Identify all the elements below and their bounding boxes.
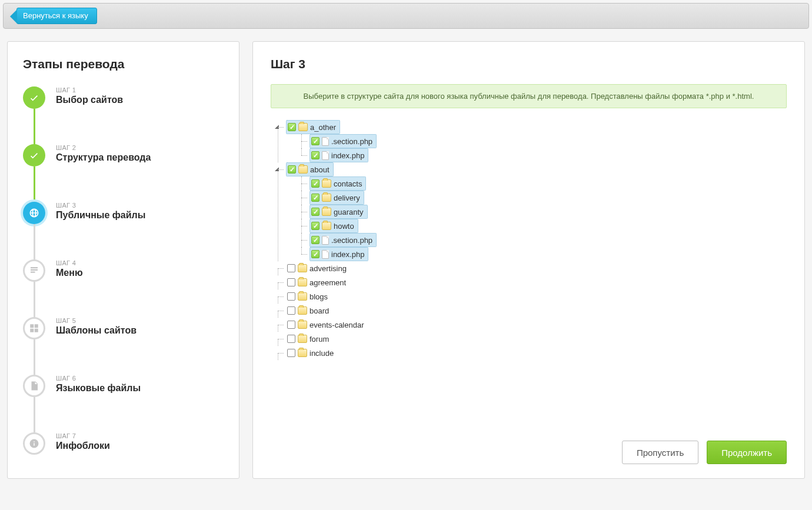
- collapse-icon[interactable]: ◢: [274, 167, 279, 172]
- folder-node[interactable]: agreement: [286, 275, 350, 289]
- tree-node-label: contacts: [334, 179, 362, 188]
- tree-checkbox[interactable]: [288, 123, 296, 131]
- file-node[interactable]: index.php: [310, 247, 368, 261]
- step-bullet-info-icon: [23, 432, 45, 455]
- folder-icon: [322, 208, 331, 216]
- folder-node[interactable]: forum: [286, 332, 332, 346]
- step-5[interactable]: ШАГ 5Шаблоны сайтов: [23, 317, 224, 375]
- folder-node[interactable]: delivery: [310, 191, 364, 205]
- folder-node[interactable]: about: [286, 162, 334, 176]
- folder-icon: [298, 335, 307, 343]
- tree-checkbox[interactable]: [311, 222, 320, 230]
- tree-checkbox[interactable]: [311, 179, 320, 188]
- folder-node[interactable]: blogs: [286, 289, 331, 304]
- step-2[interactable]: ШАГ 2Структура перевода: [23, 144, 224, 202]
- tree-node-label: howto: [334, 222, 354, 231]
- tree-checkbox[interactable]: [311, 194, 320, 202]
- folder-node[interactable]: events-calendar: [286, 318, 368, 332]
- step-connector: [34, 397, 35, 434]
- tree-checkbox[interactable]: [287, 264, 295, 272]
- tree-checkbox[interactable]: [311, 236, 320, 244]
- tree-item: include: [273, 346, 787, 360]
- tree-node-label: advertising: [310, 264, 347, 273]
- step-bullet-file-icon: [23, 375, 45, 397]
- step-connector: [34, 282, 35, 318]
- tree-checkbox[interactable]: [311, 208, 320, 216]
- tree-checkbox[interactable]: [288, 165, 296, 174]
- file-icon: [322, 151, 329, 160]
- folder-node[interactable]: a_other: [286, 120, 340, 134]
- tree-node-label: index.php: [331, 250, 364, 259]
- step-name: Структура перевода: [56, 152, 151, 163]
- folder-icon: [298, 306, 307, 315]
- tree-checkbox[interactable]: [287, 292, 295, 301]
- folder-icon: [298, 165, 308, 174]
- collapse-icon[interactable]: ◢: [274, 125, 279, 130]
- skip-button[interactable]: Пропустить: [622, 441, 698, 464]
- file-icon: [322, 250, 329, 259]
- steps-sidebar: Этапы перевода ШАГ 1Выбор сайтовШАГ 2Стр…: [7, 41, 239, 479]
- tree-item: forum: [273, 332, 787, 346]
- tree-checkbox[interactable]: [287, 278, 295, 286]
- tree-item: delivery: [297, 191, 787, 205]
- step-6[interactable]: ШАГ 6Языковые файлы: [23, 375, 224, 432]
- folder-icon: [322, 179, 331, 188]
- folder-node[interactable]: guaranty: [310, 205, 368, 219]
- step-bullet-grid-icon: [23, 317, 45, 339]
- step-connector: [34, 339, 35, 376]
- folder-icon: [298, 264, 307, 272]
- tree-item: contacts: [297, 176, 787, 191]
- tree-checkbox[interactable]: [311, 151, 320, 159]
- file-tree-container[interactable]: ◢a_other.section.phpindex.php◢aboutconta…: [271, 118, 787, 364]
- step-7[interactable]: ШАГ 7Инфоблоки: [23, 432, 224, 455]
- folder-icon: [298, 278, 307, 286]
- file-node[interactable]: .section.php: [310, 134, 377, 148]
- step-label: ШАГ 6: [56, 375, 141, 382]
- step-connector: [34, 109, 35, 145]
- step-name: Инфоблоки: [56, 441, 110, 451]
- tree-checkbox[interactable]: [287, 306, 295, 315]
- folder-icon: [322, 194, 331, 202]
- tree-checkbox[interactable]: [287, 349, 295, 357]
- tree-item: ◢aboutcontactsdeliveryguarantyhowto.sect…: [273, 162, 787, 261]
- continue-button[interactable]: Продолжить: [707, 441, 787, 464]
- tree-item: board: [273, 304, 787, 318]
- folder-node[interactable]: include: [286, 346, 337, 360]
- step-name: Выбор сайтов: [56, 95, 123, 105]
- tree-item: .section.php: [297, 134, 787, 148]
- step-name: Шаблоны сайтов: [56, 325, 137, 336]
- tree-item: guaranty: [297, 205, 787, 219]
- tree-node-label: forum: [310, 335, 329, 344]
- step-label: ШАГ 5: [56, 317, 137, 324]
- tree-node-label: board: [310, 306, 329, 315]
- file-node[interactable]: index.php: [310, 148, 368, 162]
- tree-node-label: include: [310, 349, 334, 358]
- folder-icon: [298, 123, 308, 131]
- back-to-language-button[interactable]: Вернуться к языку: [16, 8, 97, 24]
- tree-item: events-calendar: [273, 318, 787, 332]
- step-label: ШАГ 2: [56, 144, 151, 151]
- step-title: Шаг 3: [271, 57, 787, 71]
- tree-checkbox[interactable]: [287, 335, 295, 343]
- folder-node[interactable]: board: [286, 304, 332, 318]
- step-1[interactable]: ШАГ 1Выбор сайтов: [23, 86, 224, 144]
- tree-item: advertising: [273, 261, 787, 275]
- tree-checkbox[interactable]: [311, 250, 320, 258]
- step-4[interactable]: ШАГ 4Меню: [23, 259, 224, 317]
- tree-checkbox[interactable]: [287, 321, 295, 329]
- folder-node[interactable]: advertising: [286, 261, 350, 275]
- tree-item: agreement: [273, 275, 787, 289]
- footer-actions: Пропустить Продолжить: [271, 364, 787, 464]
- step-label: ШАГ 7: [56, 432, 110, 439]
- step-label: ШАГ 4: [56, 259, 83, 266]
- tree-checkbox[interactable]: [311, 137, 320, 145]
- tree-node-label: guaranty: [334, 208, 364, 216]
- step-label: ШАГ 3: [56, 202, 145, 209]
- folder-node[interactable]: contacts: [310, 176, 366, 191]
- topbar: Вернуться к языку: [3, 3, 809, 29]
- tree-node-label: events-calendar: [310, 321, 364, 329]
- file-node[interactable]: .section.php: [310, 233, 377, 247]
- tree-node-label: delivery: [334, 194, 360, 202]
- step-3[interactable]: ШАГ 3Публичные файлы: [23, 202, 224, 259]
- folder-node[interactable]: howto: [310, 219, 358, 233]
